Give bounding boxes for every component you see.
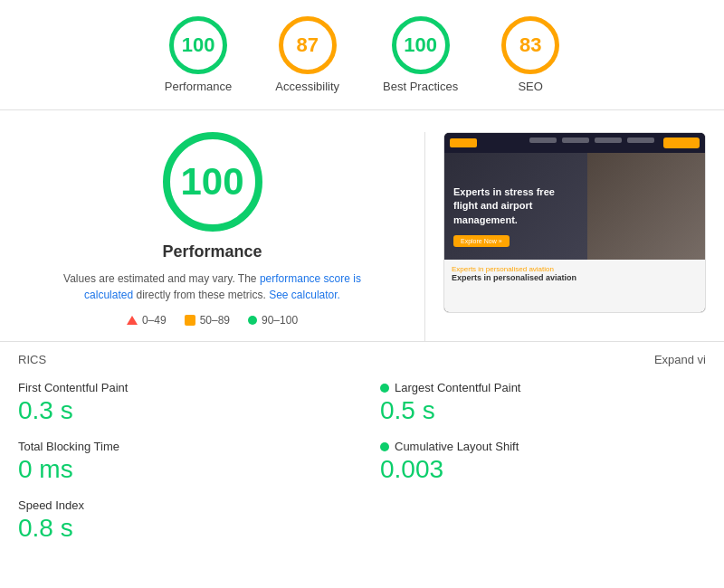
scores-bar: 100 Performance 87 Accessibility 100 Bes… (0, 0, 724, 110)
square-icon (185, 315, 195, 326)
score-label-best-practices: Best Practices (383, 80, 458, 93)
legend-range-avg: 50–89 (200, 314, 230, 327)
score-description: Values are estimated and may vary. The p… (59, 270, 367, 303)
legend-range-good: 90–100 (262, 314, 298, 327)
metrics-header: RICS Expand vi (18, 353, 706, 366)
desc-text: Values are estimated and may vary. The (63, 272, 256, 285)
legend-item-bad: 0–49 (127, 314, 167, 327)
metric-lcp-label-row: Largest Contentful Paint (380, 381, 706, 394)
metrics-grid: First Contentful Paint 0.3 s Largest Con… (18, 381, 706, 543)
big-score-value: 100 (180, 160, 243, 204)
mock-bottom-text: Experts in personalised aviation (452, 265, 698, 273)
big-score-wrapper: 100 Performance Values are estimated and… (18, 132, 406, 327)
metric-lcp: Largest Contentful Paint 0.5 s (380, 381, 706, 425)
mock-nav-link-4 (627, 138, 654, 143)
dot-icon (248, 316, 257, 325)
mock-hero-image (587, 153, 705, 260)
metric-cls: Cumulative Layout Shift 0.003 (380, 440, 706, 484)
metric-tbt: Total Blocking Time 0 ms (18, 440, 344, 484)
mock-nav-link-3 (595, 138, 622, 143)
score-label-seo: SEO (518, 80, 542, 93)
metric-lcp-label: Largest Contentful Paint (395, 381, 520, 394)
mock-bottom-heading: Experts in personalised aviation (452, 273, 698, 282)
metric-cls-value: 0.003 (380, 455, 706, 484)
metric-lcp-value: 0.5 s (380, 396, 706, 425)
mock-bottom: Experts in personalised aviation Experts… (444, 260, 705, 313)
metric-si-label-row: Speed Index (18, 498, 344, 512)
metric-fcp-value: 0.3 s (18, 396, 344, 425)
legend-item-good: 90–100 (248, 314, 298, 327)
score-item-best-practices[interactable]: 100 Best Practices (383, 16, 458, 93)
calculator-link[interactable]: See calculator. (269, 289, 340, 301)
score-value-accessibility: 87 (296, 33, 318, 57)
metric-cls-label: Cumulative Layout Shift (395, 440, 519, 453)
score-item-performance[interactable]: 100 Performance (165, 16, 232, 93)
big-score-title: Performance (162, 242, 262, 261)
metrics-header-left: RICS (18, 353, 46, 366)
metric-tbt-label: Total Blocking Time (18, 440, 119, 453)
metric-lcp-dot (380, 384, 389, 393)
legend-item-avg: 50–89 (185, 314, 230, 327)
score-circle-best-practices: 100 (392, 16, 450, 74)
metric-cls-label-row: Cumulative Layout Shift (380, 440, 706, 453)
right-panel: Experts in stress free flight and airpor… (425, 132, 706, 341)
left-panel: 100 Performance Values are estimated and… (18, 132, 425, 341)
mock-hero-text: Experts in stress free flight and airpor… (453, 185, 562, 227)
mock-logo (450, 138, 477, 147)
metric-tbt-value: 0 ms (18, 455, 344, 484)
metric-fcp: First Contentful Paint 0.3 s (18, 381, 344, 425)
metric-fcp-label: First Contentful Paint (18, 381, 128, 394)
legend-range-bad: 0–49 (142, 314, 167, 327)
mock-hero: Experts in stress free flight and airpor… (444, 153, 705, 260)
score-circle-performance: 100 (169, 16, 227, 74)
main-content: 100 Performance Values are estimated and… (0, 110, 724, 341)
desc-mid: directly from these metrics. (136, 289, 265, 301)
mock-nav-btn (663, 138, 700, 148)
metrics-section: RICS Expand vi First Contentful Paint 0.… (0, 341, 724, 554)
metric-tbt-label-row: Total Blocking Time (18, 440, 344, 453)
score-item-accessibility[interactable]: 87 Accessibility (275, 16, 339, 93)
mock-navbar (444, 133, 705, 153)
metric-si-label: Speed Index (18, 498, 84, 512)
mock-nav-link-1 (529, 138, 557, 143)
screenshot-mockup: Experts in stress free flight and airpor… (444, 133, 705, 312)
expand-button[interactable]: Expand vi (654, 353, 706, 366)
metric-fcp-label-row: First Contentful Paint (18, 381, 344, 394)
triangle-icon (127, 316, 138, 325)
score-label-accessibility: Accessibility (275, 80, 339, 93)
big-score-circle: 100 (163, 132, 262, 232)
score-label-performance: Performance (165, 80, 232, 93)
score-value-seo: 83 (519, 33, 541, 57)
legend: 0–49 50–89 90–100 (127, 314, 298, 327)
metric-si-value: 0.8 s (18, 514, 344, 543)
score-value-best-practices: 100 (404, 33, 437, 57)
metric-cls-dot (380, 442, 389, 451)
mock-nav-links (529, 138, 700, 148)
mock-hero-btn: Explore Now » (453, 235, 510, 247)
score-circle-accessibility: 87 (279, 16, 337, 74)
score-value-performance: 100 (182, 33, 215, 57)
score-circle-seo: 83 (501, 16, 559, 74)
metric-si: Speed Index 0.8 s (18, 498, 344, 543)
score-item-seo[interactable]: 83 SEO (501, 16, 559, 93)
mock-nav-link-2 (562, 138, 589, 143)
screenshot-wrapper: Experts in stress free flight and airpor… (443, 132, 706, 313)
